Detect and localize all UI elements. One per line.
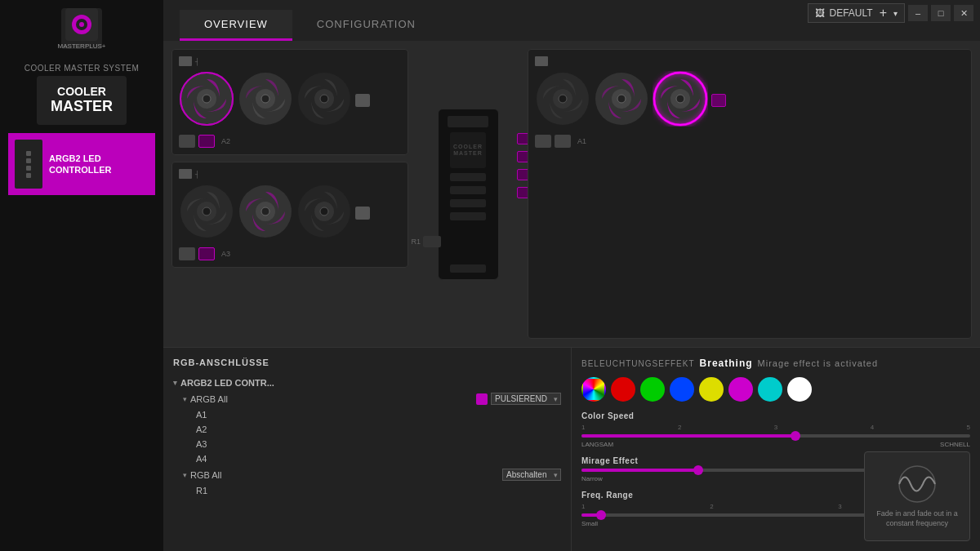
center-controller-area: COOLERMASTER A4 A3 — [415, 49, 521, 339]
maximize-button[interactable]: □ — [931, 5, 951, 21]
ctrl-r1-label: R1 — [412, 238, 421, 246]
svg-point-27 — [617, 95, 626, 103]
fan-right-3[interactable] — [653, 71, 708, 130]
right-fan-group: A1 — [528, 49, 972, 339]
main-content: OVERVIEW CONFIGURATION ┤ — [163, 0, 980, 551]
profile-dropdown-icon: ▾ — [893, 9, 898, 18]
a2-bottom-ports: A2 — [179, 135, 401, 148]
svg-point-12 — [320, 95, 328, 103]
tree-item-a1[interactable]: A1 — [173, 407, 561, 422]
tree-item-a3[interactable]: A3 — [173, 437, 561, 451]
rgb-connections: RGB-ANSCHLÜSSE ▾ ARGB2 LED CONTR... ▾ AR… — [163, 348, 572, 551]
system-label: COOLER MASTER SYSTEM — [24, 64, 140, 73]
speed-min-label: LANGSAM — [581, 441, 613, 448]
a3-fan-row — [179, 184, 401, 242]
speed-labels: LANGSAM SCHNELL — [581, 441, 970, 448]
color-cyan[interactable] — [758, 377, 782, 402]
rgb-title: RGB-ANSCHLÜSSE — [173, 358, 561, 367]
tree-label-a2: A2 — [196, 424, 207, 434]
close-button[interactable]: ✕ — [954, 5, 973, 21]
fan-right-2[interactable] — [594, 71, 649, 130]
app-logo: MASTERPLUS+ — [61, 8, 102, 49]
logo-cooler-text: COOLER — [51, 86, 113, 98]
right-bottom-port1 — [535, 135, 551, 148]
argb-color-swatch — [476, 393, 488, 405]
sine-wave-icon — [893, 464, 942, 504]
logo-master-text: MASTER — [51, 99, 113, 115]
lighting-panel: BELEUCHTUNGSEFFEKT Breathing Mirage effe… — [572, 348, 980, 551]
minimize-button[interactable]: – — [908, 5, 928, 21]
device-label: ARGB2 LED CONTROLLER — [49, 153, 149, 176]
color-speed-label: Color Speed — [581, 411, 970, 420]
right-side-ports — [711, 94, 726, 107]
color-rainbow[interactable] — [581, 377, 606, 402]
freq-thumb[interactable] — [596, 510, 606, 520]
svg-point-5 — [203, 95, 211, 103]
color-white[interactable] — [787, 377, 812, 402]
right-fan-row — [535, 71, 964, 130]
tree-label-a1: A1 — [196, 410, 207, 420]
sidebar: MASTERPLUS+ COOLER MASTER SYSTEM COOLER … — [0, 0, 163, 551]
tree-item-a2[interactable]: A2 — [173, 422, 561, 437]
argb-effect-dropdown[interactable]: PULSIEREND — [491, 393, 561, 405]
fan-a3-1[interactable] — [179, 184, 234, 242]
argb-badge: PULSIEREND — [476, 393, 561, 405]
color-yellow[interactable] — [699, 377, 724, 402]
tree-arrow-root: ▾ — [173, 379, 177, 387]
device-thumbnail — [15, 140, 42, 189]
fan-a3-3[interactable] — [296, 184, 352, 242]
ctrl-port-bottom — [450, 264, 486, 273]
rgb-effect-dropdown[interactable]: Abschalten — [502, 469, 561, 481]
controller-assembly: COOLERMASTER A4 A3 — [438, 109, 499, 280]
tree-item-rgb-all[interactable]: ▾ RGB All Abschalten — [173, 466, 561, 483]
right-a1-label: A1 — [577, 137, 586, 145]
color-speed-section: Color Speed 12345 LANGSAM SCHNELL — [581, 411, 970, 448]
fan-a2-1[interactable] — [179, 71, 234, 130]
rgb-dropdown-wrap[interactable]: Abschalten — [502, 469, 561, 481]
svg-point-21 — [320, 207, 328, 216]
fan-a2-3[interactable] — [296, 71, 352, 130]
speed-track[interactable] — [581, 434, 970, 438]
color-green[interactable] — [640, 377, 665, 402]
tree-label-a4: A4 — [196, 454, 207, 464]
ctrl-port-2 — [450, 186, 486, 194]
color-pink[interactable] — [728, 377, 753, 402]
ctrl-port-4 — [450, 212, 486, 220]
a3-bottom-ports: A3 — [179, 247, 401, 260]
preview-box: Fade in and fade out in a constant frequ… — [864, 451, 970, 541]
color-red[interactable] — [611, 377, 635, 402]
tree-item-root[interactable]: ▾ ARGB2 LED CONTR... — [173, 375, 561, 390]
tab-configuration[interactable]: CONFIGURATION — [292, 10, 440, 41]
tab-overview[interactable]: OVERVIEW — [180, 10, 292, 41]
effect-status: Mirage effect is activated — [758, 358, 878, 368]
argb-dropdown-wrap[interactable]: PULSIEREND — [491, 393, 561, 405]
tree-item-a4[interactable]: A4 — [173, 451, 561, 466]
fan-a3-2[interactable] — [238, 184, 293, 242]
ctrl-port-1 — [450, 173, 486, 181]
fan-group-a3: ┤ — [172, 162, 408, 268]
device-item[interactable]: ARGB2 LED CONTROLLER — [8, 133, 155, 195]
svg-point-31 — [676, 95, 684, 103]
ctrl-port-3 — [450, 199, 486, 207]
profile-selector[interactable]: 🖼 DEFAULT + ▾ — [808, 3, 905, 23]
speed-fill — [581, 434, 795, 438]
overview-area: ┤ — [163, 41, 980, 347]
ctrl-port-top — [448, 116, 488, 127]
effect-name: Breathing — [700, 358, 753, 369]
fan-group-a2: ┤ — [172, 49, 408, 155]
right-group-header — [535, 56, 964, 66]
tree-item-r1[interactable]: R1 — [173, 483, 561, 498]
masterplus-label: MASTERPLUS+ — [58, 42, 106, 50]
color-blue[interactable] — [670, 377, 694, 402]
speed-thumb[interactable] — [791, 431, 800, 441]
fan-a2-2[interactable] — [238, 71, 293, 130]
svg-point-2 — [79, 22, 84, 27]
profile-add-button[interactable]: + — [878, 6, 889, 20]
controller-body: COOLERMASTER — [438, 109, 499, 280]
color-presets — [581, 377, 970, 402]
mirage-thumb[interactable] — [693, 465, 703, 475]
tree-item-argb-all[interactable]: ▾ ARGB All PULSIEREND — [173, 390, 561, 407]
a2-side-ports — [355, 94, 370, 107]
lighting-title-text: BELEUCHTUNGSEFFEKT — [581, 359, 695, 368]
fan-right-1[interactable] — [535, 71, 590, 130]
